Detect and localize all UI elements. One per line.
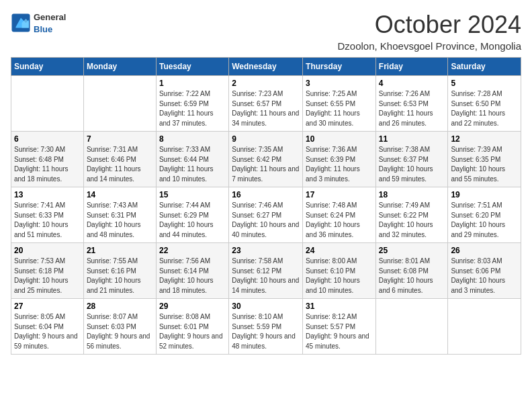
cell-info: Sunrise: 7:44 AM Sunset: 6:29 PM Dayligh… [159, 201, 226, 240]
day-number: 1 [159, 79, 226, 88]
calendar-cell: 4Sunrise: 7:26 AM Sunset: 6:53 PM Daylig… [375, 76, 448, 132]
weekday-header-saturday: Saturday [448, 58, 521, 76]
cell-info: Sunrise: 7:49 AM Sunset: 6:22 PM Dayligh… [379, 201, 445, 240]
calendar-cell: 15Sunrise: 7:44 AM Sunset: 6:29 PM Dayli… [156, 187, 228, 243]
calendar-cell: 17Sunrise: 7:48 AM Sunset: 6:24 PM Dayli… [303, 187, 376, 243]
cell-info: Sunrise: 7:53 AM Sunset: 6:18 PM Dayligh… [14, 257, 81, 295]
day-number: 6 [14, 134, 81, 144]
calendar-cell [83, 76, 156, 132]
cell-info: Sunrise: 7:43 AM Sunset: 6:31 PM Dayligh… [87, 201, 153, 240]
day-number: 23 [232, 246, 300, 255]
cell-info: Sunrise: 8:08 AM Sunset: 6:01 PM Dayligh… [159, 312, 226, 351]
cell-info: Sunrise: 7:23 AM Sunset: 6:57 PM Dayligh… [232, 89, 300, 128]
cell-info: Sunrise: 7:33 AM Sunset: 6:44 PM Dayligh… [159, 145, 226, 184]
weekday-header-monday: Monday [83, 58, 156, 76]
day-number: 30 [232, 302, 300, 311]
day-number: 18 [379, 190, 445, 199]
day-number: 9 [232, 134, 300, 144]
calendar-cell: 13Sunrise: 7:41 AM Sunset: 6:33 PM Dayli… [11, 187, 84, 243]
calendar-cell: 24Sunrise: 8:00 AM Sunset: 6:10 PM Dayli… [303, 243, 376, 299]
calendar-cell: 14Sunrise: 7:43 AM Sunset: 6:31 PM Dayli… [83, 187, 156, 243]
cell-info: Sunrise: 7:41 AM Sunset: 6:33 PM Dayligh… [14, 201, 81, 240]
cell-info: Sunrise: 8:03 AM Sunset: 6:06 PM Dayligh… [451, 257, 518, 295]
day-number: 27 [14, 302, 81, 311]
day-number: 10 [306, 134, 373, 144]
day-number: 7 [87, 134, 153, 144]
calendar-cell: 19Sunrise: 7:51 AM Sunset: 6:20 PM Dayli… [448, 187, 521, 243]
calendar-cell: 11Sunrise: 7:38 AM Sunset: 6:37 PM Dayli… [375, 132, 448, 187]
day-number: 4 [379, 79, 445, 88]
day-number: 22 [159, 246, 226, 255]
month-title: October 2024 [338, 11, 522, 39]
day-number: 2 [232, 79, 300, 88]
weekday-header-tuesday: Tuesday [156, 58, 228, 76]
calendar-cell [448, 299, 521, 355]
cell-info: Sunrise: 7:55 AM Sunset: 6:16 PM Dayligh… [87, 257, 153, 295]
cell-info: Sunrise: 7:30 AM Sunset: 6:48 PM Dayligh… [14, 145, 81, 184]
calendar-cell: 25Sunrise: 8:01 AM Sunset: 6:08 PM Dayli… [375, 243, 448, 299]
cell-info: Sunrise: 8:01 AM Sunset: 6:08 PM Dayligh… [379, 257, 445, 295]
day-number: 20 [14, 246, 81, 255]
cell-info: Sunrise: 8:10 AM Sunset: 5:59 PM Dayligh… [232, 312, 300, 351]
calendar-cell: 6Sunrise: 7:30 AM Sunset: 6:48 PM Daylig… [11, 132, 84, 187]
cell-info: Sunrise: 8:00 AM Sunset: 6:10 PM Dayligh… [306, 257, 373, 295]
calendar-cell: 29Sunrise: 8:08 AM Sunset: 6:01 PM Dayli… [156, 299, 228, 355]
title-block: October 2024 Dzoolon, Khoevsgoel Provinc… [338, 11, 522, 52]
calendar-cell: 21Sunrise: 7:55 AM Sunset: 6:16 PM Dayli… [83, 243, 156, 299]
cell-info: Sunrise: 7:56 AM Sunset: 6:14 PM Dayligh… [159, 257, 226, 295]
calendar-cell [375, 299, 448, 355]
day-number: 13 [14, 190, 81, 199]
calendar-cell: 27Sunrise: 8:05 AM Sunset: 6:04 PM Dayli… [11, 299, 84, 355]
calendar-cell: 18Sunrise: 7:49 AM Sunset: 6:22 PM Dayli… [375, 187, 448, 243]
cell-info: Sunrise: 8:07 AM Sunset: 6:03 PM Dayligh… [87, 312, 153, 351]
weekday-header-friday: Friday [375, 58, 448, 76]
cell-info: Sunrise: 8:05 AM Sunset: 6:04 PM Dayligh… [14, 312, 81, 351]
calendar-cell: 20Sunrise: 7:53 AM Sunset: 6:18 PM Dayli… [11, 243, 84, 299]
calendar-table: SundayMondayTuesdayWednesdayThursdayFrid… [11, 57, 521, 355]
cell-info: Sunrise: 7:58 AM Sunset: 6:12 PM Dayligh… [232, 257, 300, 295]
calendar-cell: 28Sunrise: 8:07 AM Sunset: 6:03 PM Dayli… [83, 299, 156, 355]
day-number: 19 [451, 190, 518, 199]
day-number: 15 [159, 190, 226, 199]
day-number: 8 [159, 134, 226, 144]
logo: General Blue [11, 11, 66, 35]
day-number: 26 [451, 246, 518, 255]
cell-info: Sunrise: 8:12 AM Sunset: 5:57 PM Dayligh… [306, 312, 373, 351]
logo-text: General Blue [34, 11, 66, 35]
calendar-cell: 31Sunrise: 8:12 AM Sunset: 5:57 PM Dayli… [303, 299, 376, 355]
weekday-header-sunday: Sunday [11, 58, 84, 76]
calendar-cell: 10Sunrise: 7:36 AM Sunset: 6:39 PM Dayli… [303, 132, 376, 187]
calendar-cell: 3Sunrise: 7:25 AM Sunset: 6:55 PM Daylig… [303, 76, 376, 132]
calendar-cell: 16Sunrise: 7:46 AM Sunset: 6:27 PM Dayli… [229, 187, 303, 243]
cell-info: Sunrise: 7:22 AM Sunset: 6:59 PM Dayligh… [159, 89, 226, 128]
day-number: 31 [306, 302, 373, 311]
day-number: 29 [159, 302, 226, 311]
day-number: 12 [451, 134, 518, 144]
calendar-cell: 30Sunrise: 8:10 AM Sunset: 5:59 PM Dayli… [229, 299, 303, 355]
weekday-header-thursday: Thursday [303, 58, 376, 76]
cell-info: Sunrise: 7:35 AM Sunset: 6:42 PM Dayligh… [232, 145, 300, 184]
cell-info: Sunrise: 7:39 AM Sunset: 6:35 PM Dayligh… [451, 145, 518, 184]
cell-info: Sunrise: 7:38 AM Sunset: 6:37 PM Dayligh… [379, 145, 445, 184]
calendar-cell: 8Sunrise: 7:33 AM Sunset: 6:44 PM Daylig… [156, 132, 228, 187]
cell-info: Sunrise: 7:46 AM Sunset: 6:27 PM Dayligh… [232, 201, 300, 240]
calendar-cell [11, 76, 84, 132]
calendar-cell: 22Sunrise: 7:56 AM Sunset: 6:14 PM Dayli… [156, 243, 228, 299]
cell-info: Sunrise: 7:31 AM Sunset: 6:46 PM Dayligh… [87, 145, 153, 184]
calendar-cell: 12Sunrise: 7:39 AM Sunset: 6:35 PM Dayli… [448, 132, 521, 187]
day-number: 14 [87, 190, 153, 199]
day-number: 24 [306, 246, 373, 255]
cell-info: Sunrise: 7:28 AM Sunset: 6:50 PM Dayligh… [451, 89, 518, 128]
calendar-cell: 26Sunrise: 8:03 AM Sunset: 6:06 PM Dayli… [448, 243, 521, 299]
cell-info: Sunrise: 7:26 AM Sunset: 6:53 PM Dayligh… [379, 89, 445, 128]
calendar-cell: 1Sunrise: 7:22 AM Sunset: 6:59 PM Daylig… [156, 76, 228, 132]
calendar-cell: 23Sunrise: 7:58 AM Sunset: 6:12 PM Dayli… [229, 243, 303, 299]
weekday-header-wednesday: Wednesday [229, 58, 303, 76]
day-number: 17 [306, 190, 373, 199]
cell-info: Sunrise: 7:51 AM Sunset: 6:20 PM Dayligh… [451, 201, 518, 240]
day-number: 11 [379, 134, 445, 144]
day-number: 28 [87, 302, 153, 311]
calendar-cell: 9Sunrise: 7:35 AM Sunset: 6:42 PM Daylig… [229, 132, 303, 187]
calendar-cell: 2Sunrise: 7:23 AM Sunset: 6:57 PM Daylig… [229, 76, 303, 132]
cell-info: Sunrise: 7:25 AM Sunset: 6:55 PM Dayligh… [306, 89, 373, 128]
